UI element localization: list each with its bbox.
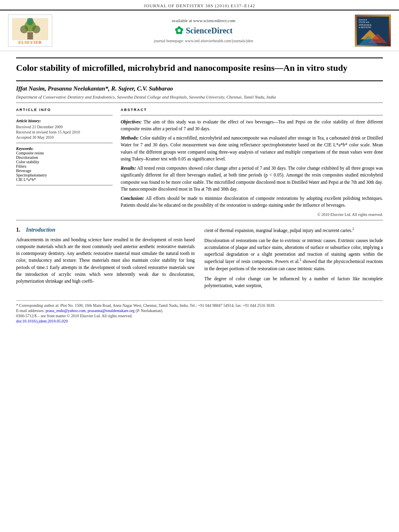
abstract-methods: Methods: Color stability of a microfille… — [121, 135, 383, 162]
doi-link[interactable]: doi:10.1016/j.jdent.2010.05.020 — [16, 319, 68, 323]
revised-date: Received in revised form 15 April 2010 — [16, 130, 113, 134]
kw-6: Spectrophotometry — [16, 173, 113, 177]
ref-2: 2 — [352, 227, 354, 231]
svg-text:COLOR and: COLOR and — [359, 21, 369, 23]
history-label: Article history: — [16, 119, 113, 123]
journal-title: JOURNAL OF DENTISTRY 38S (2010) E137–E14… — [144, 3, 255, 8]
keywords-section: Keywords: Composite resins Discoloration… — [16, 146, 113, 182]
kw-7: CIE L*a*b* — [16, 177, 113, 182]
body-divider — [16, 220, 383, 220]
article-info-label: ARTICLE INFO — [16, 108, 113, 112]
email-label: E-mail addresses: — [16, 308, 45, 313]
section-number: 1. — [16, 227, 21, 233]
intro-text-4: The degree of color change can be influe… — [204, 276, 383, 288]
authors-text: Iffat Nasim, Prasanna Neelakantan*, R. S… — [16, 85, 173, 92]
issn-footnote: 0300-5712/$ – see front matter © 2010 El… — [16, 314, 383, 318]
section-title: Introduction — [26, 227, 56, 233]
abstract-results: Results: All tested resin composites sho… — [121, 165, 383, 193]
doi-footnote: doi:10.1016/j.jdent.2010.05.020 — [16, 319, 383, 323]
kw-2: Discoloration — [16, 155, 113, 160]
elsevier-art — [12, 18, 48, 40]
affiliation-divider — [16, 103, 383, 103]
kw-5: Beverage — [16, 168, 113, 173]
svg-text:in DENTISTRY: in DENTISTRY — [359, 27, 372, 29]
body-columns: 1. Introduction Advancements in resins a… — [16, 227, 383, 293]
authors: Iffat Nasim, Prasanna Neelakantan*, R. S… — [16, 85, 383, 92]
svg-point-4 — [32, 25, 40, 33]
svg-point-3 — [20, 25, 28, 33]
kw-4: Fillers — [16, 164, 113, 168]
abstract-label: ABSTRACT — [121, 108, 383, 112]
conclusion-text: All efforts should be made to minimize d… — [121, 196, 383, 207]
results-label: Results: — [121, 166, 136, 170]
intro-column: 1. Introduction Advancements in resins a… — [16, 227, 195, 293]
intro-paragraph-3: Discoloration of restorations can be due… — [204, 237, 383, 272]
intro-text-1: Advancements in resins and bonding scien… — [16, 237, 195, 284]
sd-text: ScienceDirect — [186, 26, 232, 35]
abstract-objectives: Objectives: The aim of this study was to… — [121, 119, 383, 133]
methods-label: Methods: — [121, 136, 139, 140]
journal-cover-image: Journal of COLOR and APPEARANCE in DENTI… — [355, 14, 391, 47]
abstract-text: Objectives: The aim of this study was to… — [121, 119, 383, 209]
info-divider-bottom — [16, 185, 113, 185]
email-note: (P. Neelakantan). — [136, 308, 163, 313]
article-info-abstract: ARTICLE INFO Article history: Received 2… — [16, 108, 383, 217]
objectives-text: The aim of this study was to evaluate th… — [121, 119, 383, 131]
right-body-column: cient of thermal expansion, marginal lea… — [204, 227, 383, 293]
methods-text: Color stability of a microfilled, microh… — [121, 136, 383, 161]
elsevier-logo: ELSEVIER — [8, 14, 52, 47]
top-divider — [16, 58, 383, 58]
kw-3: Color stability — [16, 160, 113, 164]
abstract-column: ABSTRACT Objectives: The aim of this stu… — [121, 108, 383, 217]
sciencedirect-area: available at www.sciencedirect.com ✿ Sci… — [52, 18, 355, 43]
journal-homepage: journal homepage: www.intl.elsevierhealt… — [52, 39, 355, 43]
intro-paragraph-1: Advancements in resins and bonding scien… — [16, 236, 195, 285]
affiliation: Department of Conservative Dentistry and… — [16, 94, 383, 99]
body-content: 1. Introduction Advancements in resins a… — [16, 227, 383, 293]
info-divider-top — [16, 115, 113, 115]
intro-heading: 1. Introduction — [16, 227, 195, 233]
results-text: All tested resin composites showed color… — [121, 166, 383, 191]
email-1[interactable]: prasu_endo@yahoo.com — [45, 308, 85, 313]
journal-header: JOURNAL OF DENTISTRY 38S (2010) E137–E14… — [0, 0, 399, 10]
sciencedirect-logo: ✿ ScienceDirect — [52, 25, 355, 37]
email-footnote: E-mail addresses: prasu_endo@yahoo.com, … — [16, 308, 383, 313]
svg-rect-1 — [27, 32, 33, 39]
svg-text:APPEARANCE: APPEARANCE — [359, 24, 372, 26]
intro-text-2: cient of thermal expansion, marginal lea… — [204, 228, 352, 232]
footnotes: * Corresponding author at: Plot No. 1500… — [16, 300, 383, 323]
corresponding-footnote: * Corresponding author at: Plot No. 1500… — [16, 303, 383, 308]
title-divider — [16, 80, 383, 81]
article-title: Color stability of microfilled, microhyb… — [16, 62, 383, 74]
email-2[interactable]: prasanna@totaldentakare.org — [88, 308, 135, 313]
abstract-divider-top — [121, 115, 383, 115]
conclusion-label: Conclusion: — [121, 196, 144, 201]
accepted-date: Accepted 30 May 2010 — [16, 135, 113, 140]
kw-1: Composite resins — [16, 151, 113, 155]
copyright: © 2010 Elsevier Ltd. All rights reserved… — [121, 212, 383, 217]
logos-row: ELSEVIER available at www.sciencedirect.… — [0, 10, 399, 51]
svg-text:Journal of: Journal of — [359, 18, 367, 21]
elsevier-text: ELSEVIER — [19, 40, 42, 45]
sd-icon: ✿ — [175, 25, 183, 37]
received-date: Received 21 December 2009 — [16, 125, 113, 129]
keywords-label: Keywords: — [16, 146, 113, 151]
corresponding-text: * Corresponding author at: Plot No. 1500… — [16, 303, 275, 308]
cover-art: Journal of COLOR and APPEARANCE in DENTI… — [357, 16, 389, 46]
objectives-label: Objectives: — [121, 119, 142, 124]
intro-paragraph-2: cient of thermal expansion, marginal lea… — [204, 227, 383, 234]
intro-paragraph-4: The degree of color change can be influe… — [204, 275, 383, 290]
info-divider-mid — [16, 143, 113, 143]
article-info-column: ARTICLE INFO Article history: Received 2… — [16, 108, 113, 217]
abstract-conclusion: Conclusion: All efforts should be made t… — [121, 195, 383, 209]
available-text: available at www.sciencedirect.com — [52, 18, 355, 23]
main-content: Color stability of microfilled, microhyb… — [0, 51, 399, 332]
